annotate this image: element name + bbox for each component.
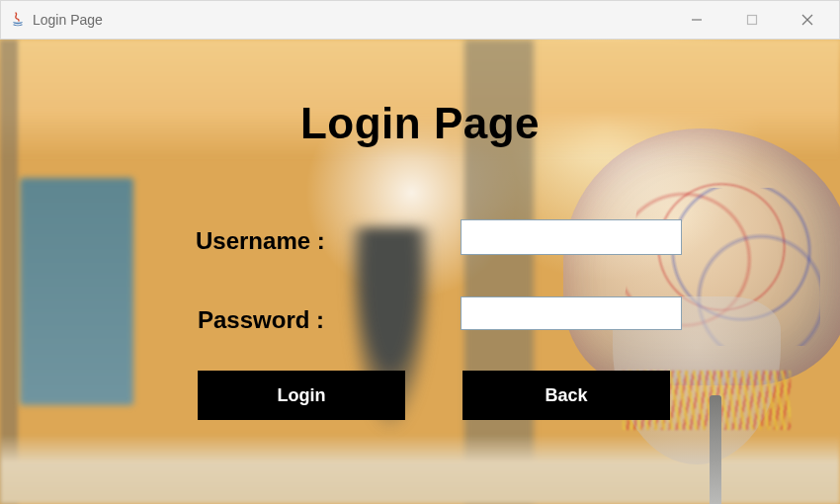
java-icon	[9, 11, 27, 29]
window-title: Login Page	[33, 12, 103, 28]
page-title: Login Page	[0, 99, 840, 148]
login-button[interactable]: Login	[198, 371, 405, 420]
username-label: Username :	[196, 227, 325, 255]
password-input[interactable]	[461, 296, 682, 330]
minimize-button[interactable]	[685, 8, 709, 32]
svg-rect-1	[748, 16, 757, 25]
content-pane: Login Page Username : Password : Login B…	[0, 40, 840, 504]
maximize-button[interactable]	[740, 8, 764, 32]
window-controls	[685, 8, 831, 32]
window-title-bar: Login Page	[0, 0, 840, 40]
close-button[interactable]	[796, 8, 819, 32]
password-label: Password :	[198, 306, 324, 334]
username-input[interactable]	[461, 219, 682, 255]
background-image	[20, 178, 133, 405]
back-button[interactable]: Back	[462, 371, 670, 420]
